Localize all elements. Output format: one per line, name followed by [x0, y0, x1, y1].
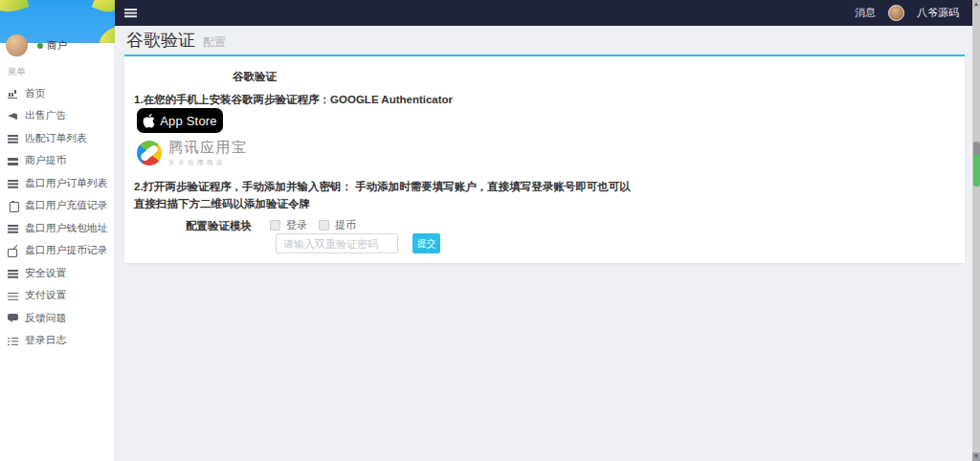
step1-instruction: 1.在您的手机上安装谷歌两步验证程序：GOOGLE Authenticator — [134, 93, 453, 107]
scrollbar-thumb[interactable] — [973, 142, 980, 187]
top-header: 消息 八爷源码 — [115, 0, 980, 26]
merchant-label: 商户 — [47, 39, 67, 53]
list-icon — [8, 178, 18, 188]
app-store-label: App Store — [160, 114, 217, 128]
leaf-decoration — [0, 0, 30, 17]
sidebar-item-matched-orders[interactable]: 匹配订单列表 — [0, 127, 114, 150]
leaf-decoration — [92, 0, 115, 16]
list-icon — [8, 133, 18, 143]
submit-button[interactable]: 提交 — [412, 233, 440, 253]
comment-icon — [8, 313, 18, 323]
vertical-scrollbar[interactable]: ▲ ▼ — [972, 0, 980, 461]
scroll-down-arrow-icon[interactable]: ▼ — [972, 452, 980, 461]
scroll-up-arrow-icon[interactable]: ▲ — [972, 0, 980, 9]
megaphone-icon — [8, 111, 18, 121]
card-icon — [8, 156, 18, 166]
external-link-icon — [8, 246, 18, 256]
app-store-badge[interactable]: App Store — [137, 108, 223, 133]
list-icon — [8, 268, 18, 278]
page-title: 谷歌验证 — [126, 29, 195, 52]
apple-icon — [143, 114, 155, 128]
step2-instruction: 2.打开两步验证程序，手动添加并输入密钥： 手动添加时需要填写账户，直接填写登录… — [134, 179, 641, 213]
sidebar-item-user-recharge-records[interactable]: 盘口用户充值记录 — [0, 195, 114, 218]
sidebar-item-merchant-withdraw[interactable]: 商户提币 — [0, 150, 114, 173]
page-title-row: 谷歌验证 配置 — [126, 29, 226, 52]
list-icon — [8, 223, 18, 233]
sidebar-item-user-wallet-addresses[interactable]: 盘口用户钱包地址 — [0, 217, 114, 240]
merchant-status: 商户 — [37, 39, 67, 53]
clipboard-icon — [8, 201, 18, 211]
page-subtitle: 配置 — [203, 34, 226, 51]
withdraw-checkbox[interactable] — [319, 220, 329, 230]
leaf-decoration — [96, 26, 115, 43]
sidebar-item-user-withdraw-records[interactable]: 盘口用户提币记录 — [0, 240, 114, 263]
config-module-label: 配置验证模块 — [124, 219, 252, 233]
two-factor-password-input[interactable] — [276, 233, 398, 253]
chart-icon — [8, 88, 18, 99]
card-section-title: 谷歌验证 — [233, 70, 277, 84]
avatar[interactable] — [6, 34, 28, 56]
module-checkbox-group: 登录 提币 — [270, 218, 362, 232]
list-icon — [8, 291, 18, 301]
scrollbar-thumb-green — [973, 155, 980, 187]
sidebar-item-security-settings[interactable]: 安全设置 — [0, 262, 114, 285]
tencent-appstore-subtitle: 安卓应用商店 — [168, 159, 248, 167]
log-list-icon — [8, 336, 18, 346]
online-status-dot — [37, 43, 43, 49]
google-verification-card: 谷歌验证 1.在您的手机上安装谷歌两步验证程序：GOOGLE Authentic… — [124, 55, 965, 263]
sidebar-item-sell-ads[interactable]: 出售广告 — [0, 105, 114, 128]
sidebar-item-payment-settings[interactable]: 支付设置 — [0, 285, 114, 308]
sidebar-item-feedback[interactable]: 反馈问题 — [0, 307, 114, 330]
messages-link[interactable]: 消息 — [855, 6, 876, 20]
menu-section-label: 菜单 — [8, 66, 114, 78]
sidebar-item-user-orders[interactable]: 盘口用户订单列表 — [0, 172, 114, 195]
withdraw-checkbox-label: 提币 — [335, 218, 356, 232]
scrollbar-thumb-gray — [973, 142, 980, 155]
hamburger-menu-icon[interactable] — [124, 8, 138, 18]
sidebar: 商户 菜单 首页 出售广告 匹配订单列表 商户提币 盘口用户订单列表 盘口用户充… — [0, 0, 115, 461]
username-link[interactable]: 八爷源码 — [917, 6, 959, 20]
tencent-yingyongbao-icon — [137, 141, 162, 165]
sidebar-item-home[interactable]: 首页 — [0, 82, 114, 105]
tencent-appstore-title: 腾讯应用宝 — [168, 139, 248, 157]
tencent-appstore-badge[interactable]: 腾讯应用宝 安卓应用商店 — [137, 139, 248, 167]
sidebar-menu: 首页 出售广告 匹配订单列表 商户提币 盘口用户订单列表 盘口用户充值记录 盘口… — [0, 82, 114, 352]
user-avatar[interactable] — [888, 5, 904, 21]
login-checkbox-label: 登录 — [286, 218, 307, 232]
login-checkbox[interactable] — [270, 220, 280, 230]
sidebar-item-login-logs[interactable]: 登录日志 — [0, 330, 114, 353]
